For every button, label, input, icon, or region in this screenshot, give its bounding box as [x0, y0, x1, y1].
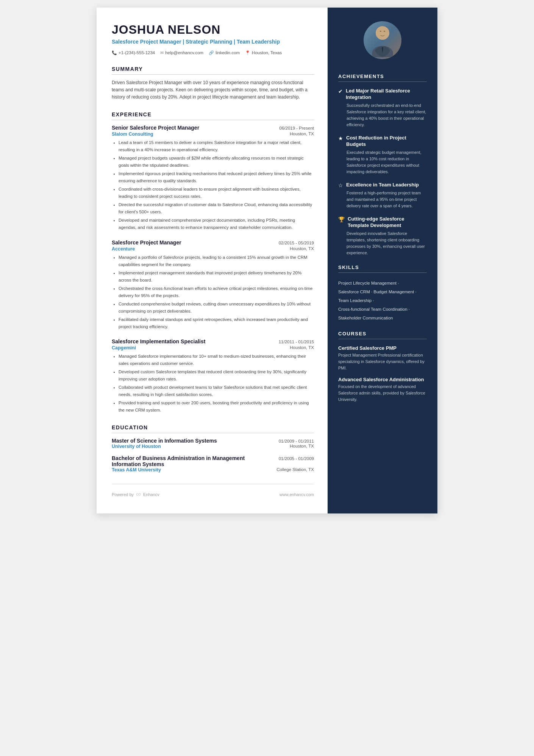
footer-brand: Powered by ∞ Enhancv	[112, 490, 159, 498]
location-icon: 📍	[245, 50, 250, 55]
achievement-item-4: 🏆 Cutting-edge Salesforce Template Devel…	[338, 216, 427, 256]
edu-location-1: Houston, TX	[290, 444, 314, 449]
achievement-header-2: ★ Cost Reduction in Project Budgets	[338, 135, 427, 148]
skill-item-5: Stakeholder Communication	[338, 316, 393, 320]
job-dates-3: 11/2011 - 01/2015	[279, 340, 314, 344]
footer-website: www.enhancv.com	[279, 492, 314, 497]
candidate-subtitle: Salesforce Project Manager | Strategic P…	[112, 38, 314, 46]
powered-by-text: Powered by	[112, 492, 134, 497]
courses-section: COURSES Certified Salesforce PMP Project…	[328, 331, 437, 403]
linkedin-icon: 🔗	[209, 50, 214, 55]
job-title-1: Senior Salesforce Project Manager	[112, 125, 199, 131]
course-item-1: Certified Salesforce PMP Project Managem…	[338, 345, 427, 371]
skills-title: SKILLS	[338, 265, 427, 273]
bullet: Facilitated daily internal standups and …	[119, 316, 314, 330]
achievement-icon-3: ☆	[338, 182, 343, 188]
job-item-2: Salesforce Project Manager 02/2015 - 05/…	[112, 239, 314, 330]
achievement-title-4: Cutting-edge Salesforce Template Develop…	[348, 216, 427, 229]
edu-dates-1: 01/2009 - 01/2011	[279, 439, 314, 443]
svg-rect-2	[380, 31, 381, 32]
bullet: Managed project budgets upwards of $2M w…	[119, 155, 314, 169]
achievement-title-2: Cost Reduction in Project Budgets	[346, 135, 427, 148]
achievement-desc-4: Developed innovative Salesforce template…	[338, 230, 427, 256]
name-block: JOSHUA NELSON Salesforce Project Manager…	[112, 23, 314, 46]
bullet: Provided training and support to over 20…	[119, 399, 314, 414]
skills-section: SKILLS Project Lifecycle Management · Sa…	[328, 265, 437, 322]
achievement-item-1: ✔ Led Major Retail Salesforce Integratio…	[338, 88, 427, 128]
job-title-3: Salesforce Implementation Specialist	[112, 338, 205, 344]
bullet: Directed the successful migration of cus…	[119, 201, 314, 216]
course-item-2: Advanced Salesforce Administration Focus…	[338, 377, 427, 403]
achievement-title-1: Led Major Retail Salesforce Integration	[346, 88, 427, 101]
job-bullets-3: Managed Salesforce implementations for 1…	[112, 353, 314, 414]
experience-section: EXPERIENCE Senior Salesforce Project Man…	[112, 111, 314, 414]
job-location-1: Houston, TX	[290, 131, 314, 137]
edu-item-1: Master of Science in Information Systems…	[112, 438, 314, 449]
achievement-icon-2: ★	[338, 135, 343, 141]
enhancv-logo-icon: ∞	[136, 490, 141, 498]
job-item-1: Senior Salesforce Project Manager 06/201…	[112, 125, 314, 231]
job-location-2: Houston, TX	[290, 246, 314, 252]
bullet: Implemented project management standards…	[119, 269, 314, 284]
job-bullets-1: Lead a team of 15 members to deliver a c…	[112, 139, 314, 231]
edu-school-1: University of Houston	[112, 444, 161, 449]
summary-section: SUMMARY Driven Salesforce Project Manage…	[112, 66, 314, 101]
photo-area	[328, 8, 437, 70]
contact-email: ✉ help@enhancv.com	[160, 50, 203, 55]
bullet: Developed custom Salesforce templates th…	[119, 368, 314, 383]
edu-school-2: Texas A&M University	[112, 467, 161, 473]
left-column: JOSHUA NELSON Salesforce Project Manager…	[97, 8, 328, 513]
candidate-name: JOSHUA NELSON	[112, 23, 314, 37]
contact-row: 📞 +1-(234)-555-1234 ✉ help@enhancv.com 🔗…	[112, 50, 314, 55]
achievement-icon-4: 🏆	[338, 216, 345, 222]
job-company-2: Accenture	[112, 246, 135, 252]
right-column: ACHIEVEMENTS ✔ Led Major Retail Salesfor…	[328, 8, 437, 513]
skill-item-2: Salesforce CRM · Budget Management ·	[338, 290, 416, 294]
bullet: Coordinated with cross-divisional leader…	[119, 186, 314, 200]
achievement-header-4: 🏆 Cutting-edge Salesforce Template Devel…	[338, 216, 427, 229]
course-title-1: Certified Salesforce PMP	[338, 345, 427, 351]
resume-wrapper: JOSHUA NELSON Salesforce Project Manager…	[97, 8, 437, 513]
job-company-row-2: Accenture Houston, TX	[112, 246, 314, 252]
skill-item-1: Project Lifecycle Management ·	[338, 281, 399, 285]
job-header-3: Salesforce Implementation Specialist 11/…	[112, 338, 314, 344]
edu-school-row-2: Texas A&M University College Station, TX	[112, 467, 314, 473]
bullet: Managed Salesforce implementations for 1…	[119, 353, 314, 367]
profile-photo	[364, 21, 401, 59]
contact-linkedin: 🔗 linkedin.com	[209, 50, 240, 55]
job-title-2: Salesforce Project Manager	[112, 239, 181, 246]
experience-title: EXPERIENCE	[112, 111, 314, 120]
achievement-header-1: ✔ Led Major Retail Salesforce Integratio…	[338, 88, 427, 101]
bullet: Orchestrated the cross-functional team e…	[119, 285, 314, 299]
contact-location: 📍 Houston, Texas	[245, 50, 282, 55]
achievement-title-3: Excellence in Team Leadership	[346, 182, 419, 188]
edu-item-2: Bachelor of Business Administration in M…	[112, 455, 314, 473]
person-silhouette	[369, 23, 396, 57]
contact-phone: 📞 +1-(234)-555-1234	[112, 50, 155, 55]
education-section: EDUCATION Master of Science in Informati…	[112, 424, 314, 473]
achievements-title: ACHIEVEMENTS	[338, 74, 427, 82]
achievement-desc-2: Executed strategic budget management, le…	[338, 149, 427, 175]
job-company-1: Slalom Consulting	[112, 131, 153, 137]
job-header-1: Senior Salesforce Project Manager 06/201…	[112, 125, 314, 131]
course-title-2: Advanced Salesforce Administration	[338, 377, 427, 382]
job-bullets-2: Managed a portfolio of Salesforce projec…	[112, 254, 314, 330]
bullet: Lead a team of 15 members to deliver a c…	[119, 139, 314, 153]
job-dates-1: 06/2019 - Present	[279, 126, 314, 130]
email-icon: ✉	[160, 50, 164, 55]
edu-header-1: Master of Science in Information Systems…	[112, 438, 314, 444]
bullet: Collaborated with product development te…	[119, 384, 314, 398]
summary-title: SUMMARY	[112, 66, 314, 75]
job-item-3: Salesforce Implementation Specialist 11/…	[112, 338, 314, 414]
job-header-2: Salesforce Project Manager 02/2015 - 05/…	[112, 239, 314, 246]
job-dates-2: 02/2015 - 05/2019	[279, 241, 314, 245]
phone-icon: 📞	[112, 50, 117, 55]
course-desc-1: Project Management Professional certific…	[338, 352, 427, 371]
achievements-section: ACHIEVEMENTS ✔ Led Major Retail Salesfor…	[328, 74, 437, 256]
skill-item-3: Team Leadership ·	[338, 298, 374, 303]
bullet: Implemented rigorous project tracking me…	[119, 170, 314, 185]
brand-name: Enhancv	[143, 492, 159, 497]
summary-text: Driven Salesforce Project Manager with o…	[112, 79, 314, 101]
edu-degree-2: Bachelor of Business Administration in M…	[112, 455, 279, 467]
photo-placeholder	[364, 21, 401, 59]
